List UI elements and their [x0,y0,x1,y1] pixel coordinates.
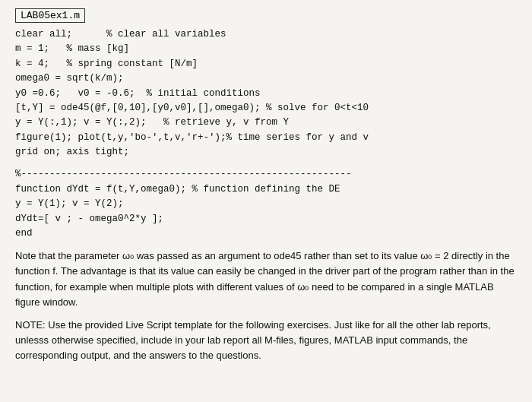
function-line-3: dYdt=[ v ; - omega0^2*y ]; [15,214,163,224]
file-label-box: LAB05ex1.m [15,8,85,23]
function-line-4: end [15,228,33,239]
prose-paragraph-2: NOTE: Use the provided Live Script templ… [15,318,517,363]
code-line-6: [t,Y] = ode45(@f,[0,10],[y0,v0],[],omega… [15,103,369,113]
code-line-8: figure(1); plot(t,y,'bo-',t,v,'r+-');% t… [15,132,369,143]
function-line-2: y = Y(1); v = Y(2); [15,198,124,209]
function-line-1: function dYdt = f(t,Y,omega0); % functio… [15,184,340,195]
code-line-1: clear all; % clear all variables [15,29,226,40]
code-line-9: grid on; axis tight; [15,147,129,157]
code-line-7: y = Y(:,1); v = Y(:,2); % retrieve y, v … [15,117,289,128]
code-line-2: m = 1; % mass [kg] [15,43,129,54]
code-line-5: y0 =0.6; v0 = -0.6; % initial conditions [15,88,261,99]
prose-section: Note that the parameter ω₀ was passed as… [15,248,517,363]
code-divider: %---------------------------------------… [15,167,517,182]
code-block: clear all; % clear all variables m = 1; … [15,27,517,160]
function-block: function dYdt = f(t,Y,omega0); % functio… [15,182,517,242]
code-line-3: k = 4; % spring constant [N/m] [15,59,198,69]
prose-paragraph-1: Note that the parameter ω₀ was passed as… [15,248,517,310]
code-line-4: omega0 = sqrt(k/m); [15,73,124,84]
